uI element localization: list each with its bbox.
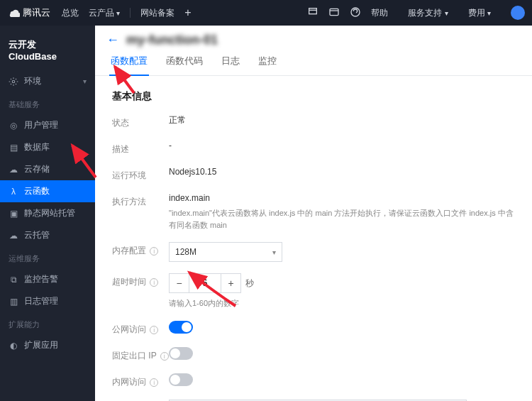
label-intranet: 内网访问 i: [112, 373, 169, 388]
divider: [130, 8, 131, 18]
gear-icon: [9, 77, 18, 87]
value-status: 正常: [169, 114, 515, 126]
sidebar-item-cloudhost[interactable]: ☁云托管: [0, 224, 95, 246]
sidebar-item-functions[interactable]: λ云函数: [0, 180, 95, 202]
increment-button[interactable]: +: [221, 274, 240, 292]
row-memory: 内存配置 i 128M▾: [112, 242, 515, 262]
main-content: ← my-function-01 函数配置 函数代码 日志 监控 基本信息 状态…: [95, 26, 532, 401]
db-icon: ▤: [9, 143, 18, 153]
row-handler: 执行方法 index.main "index.main"代表云函数将从 inde…: [112, 193, 515, 231]
row-eip: 固定出口 IP i: [112, 347, 515, 362]
sidebar-item-extapp[interactable]: ◐扩展应用: [0, 334, 95, 356]
row-intranet: 内网访问 i: [112, 373, 515, 388]
tab-logs[interactable]: 日志: [220, 55, 241, 75]
avatar[interactable]: [511, 6, 525, 20]
page-header: ← my-function-01: [95, 26, 532, 48]
label-memory: 内存配置 i: [112, 242, 169, 257]
decrement-button[interactable]: −: [170, 274, 189, 292]
sidebar-item-logs[interactable]: ▥日志管理: [0, 290, 95, 312]
function-icon: λ: [9, 187, 18, 197]
support-icon[interactable]: [350, 6, 361, 20]
add-icon[interactable]: +: [184, 6, 191, 19]
public-toggle[interactable]: [169, 321, 193, 334]
svg-rect-0: [309, 8, 317, 13]
timeout-input[interactable]: [189, 274, 221, 292]
ext-icon: ◐: [9, 341, 18, 351]
sidebar-label: 环境: [24, 75, 41, 87]
sidebar-item-hosting[interactable]: ▣静态网站托管: [0, 202, 95, 224]
row-desc: 描述 -: [112, 141, 515, 155]
info-icon[interactable]: i: [150, 378, 158, 387]
nav-support[interactable]: 服务支持 ▾: [408, 7, 448, 19]
host-icon: ☁: [9, 231, 18, 241]
sidebar-label: 日志管理: [24, 295, 58, 307]
sidebar-env[interactable]: 环境 ▾: [0, 70, 95, 92]
sidebar-item-storage[interactable]: ☁云存储: [0, 158, 95, 180]
value-desc: -: [169, 141, 515, 150]
info-icon[interactable]: i: [150, 247, 158, 256]
sidebar-label: 监控告警: [24, 273, 58, 285]
label-timeout: 超时时间 i: [112, 273, 169, 288]
row-timeout: 超时时间 i − + 秒 请输入1-60内的数字: [112, 273, 515, 309]
sidebar-label: 云函数: [24, 185, 50, 197]
group-ext: 扩展能力: [0, 312, 95, 334]
user-icon: ◎: [9, 121, 18, 131]
svg-point-3: [12, 80, 15, 83]
sidebar-label: 用户管理: [24, 119, 58, 131]
tab-code[interactable]: 函数代码: [165, 55, 204, 75]
inbox-icon[interactable]: [328, 6, 340, 20]
section-title: 基本信息: [112, 90, 515, 103]
alarm-icon: ⧉: [9, 275, 18, 285]
tab-config[interactable]: 函数配置: [109, 55, 149, 76]
hint-timeout: 请输入1-60内的数字: [169, 297, 515, 309]
group-basic: 基础服务: [0, 92, 95, 114]
info-icon[interactable]: i: [160, 352, 169, 361]
sidebar-label: 静态网站托管: [24, 207, 75, 219]
value-handler: index.main "index.main"代表云函数将从 index.js …: [169, 193, 515, 231]
nav-products[interactable]: 云产品 ▾: [89, 7, 120, 19]
label-status: 状态: [112, 114, 169, 129]
row-status: 状态 正常: [112, 114, 515, 129]
timeout-unit: 秒: [245, 278, 254, 290]
nav-billing[interactable]: 费用 ▾: [468, 7, 491, 19]
page-title: my-function-01: [126, 33, 218, 48]
chevron-down-icon: ▾: [83, 77, 87, 85]
topbar: 腾讯云 总览 云产品 ▾ 网站备案 + 帮助 服务支持 ▾ 费用 ▾: [0, 0, 532, 26]
cloud-icon: ☁: [9, 165, 18, 175]
chevron-down-icon: ▾: [272, 248, 276, 256]
brand-text: 腾讯云: [23, 6, 50, 19]
nav-beian[interactable]: 网站备案: [140, 7, 174, 19]
row-runtime: 运行环境 Nodejs10.15: [112, 167, 515, 182]
brand-logo[interactable]: 腾讯云: [7, 6, 50, 19]
cart-icon[interactable]: [307, 6, 318, 20]
info-icon[interactable]: i: [150, 278, 158, 287]
label-handler: 执行方法: [112, 193, 169, 208]
eip-toggle[interactable]: [169, 347, 193, 360]
timeout-stepper[interactable]: − +: [169, 273, 241, 293]
group-ops: 运维服务: [0, 246, 95, 268]
value-runtime: Nodejs10.15: [169, 167, 515, 177]
nav-help[interactable]: 帮助: [371, 7, 388, 19]
intranet-toggle[interactable]: [169, 373, 193, 386]
tab-monitor[interactable]: 监控: [257, 55, 278, 75]
info-icon[interactable]: i: [150, 326, 158, 334]
label-eip: 固定出口 IP i: [112, 347, 169, 362]
memory-select[interactable]: 128M▾: [169, 242, 282, 262]
row-public-access: 公网访问 i: [112, 321, 515, 336]
label-runtime: 运行环境: [112, 167, 169, 182]
svg-rect-1: [330, 9, 338, 15]
sidebar-label: 云存储: [24, 163, 50, 175]
log-icon: ▥: [9, 297, 18, 307]
nav-overview[interactable]: 总览: [62, 7, 79, 19]
sidebar-label: 云托管: [24, 229, 50, 241]
back-arrow-icon[interactable]: ←: [106, 33, 119, 48]
tabs: 函数配置 函数代码 日志 监控: [95, 48, 532, 76]
sidebar-item-db[interactable]: ▤数据库: [0, 136, 95, 158]
sidebar: 云开发 CloudBase 环境 ▾ 基础服务 ◎用户管理 ▤数据库 ☁云存储 …: [0, 26, 95, 401]
sidebar-item-users[interactable]: ◎用户管理: [0, 114, 95, 136]
sidebar-label: 扩展应用: [24, 339, 58, 351]
sidebar-title: 云开发 CloudBase: [0, 33, 95, 70]
hint-handler: "index.main"代表云函数将从 index.js 中的 main 方法开…: [169, 207, 515, 231]
label-desc: 描述: [112, 141, 169, 155]
sidebar-item-alarm[interactable]: ⧉监控告警: [0, 268, 95, 290]
